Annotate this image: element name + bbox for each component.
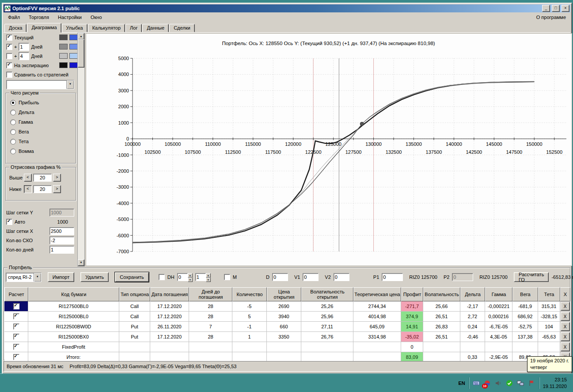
dh-spin1-input[interactable] [177,273,188,281]
spin-down-icon[interactable]: ▼ [188,278,193,282]
spin-up-icon[interactable]: ▲ [188,273,193,278]
auto-checkbox[interactable] [6,219,12,225]
row-check-cell[interactable] [4,332,28,342]
profit-radio[interactable] [10,100,16,106]
chevron-down-icon[interactable]: ▼ [66,80,74,89]
row-checkbox[interactable] [13,354,19,360]
v2-input[interactable] [334,273,349,281]
row-check-cell[interactable] [4,342,28,352]
current-color-swatch-1[interactable] [59,34,68,40]
v1-input[interactable] [303,273,319,281]
column-header[interactable]: Код бумаги [28,287,119,301]
plus4-checkbox[interactable] [6,53,12,59]
dh-spinner-1[interactable]: ▲▼ [177,273,193,281]
above-decrease-button[interactable]: < [24,174,32,182]
column-header[interactable]: Тета [538,287,560,301]
row-delete-button[interactable]: X [561,322,570,331]
spin-down-icon[interactable]: ▼ [206,278,211,282]
tab-deals[interactable]: Сделки [169,24,195,32]
chart-area[interactable]: 500040003000200010000-1000-2000-3000-400… [86,33,572,266]
plus1-color-swatch-1[interactable] [59,44,68,49]
vega-radio[interactable] [10,129,16,135]
menu-settings[interactable]: Настройки [53,13,86,21]
scrollbar-thumb[interactable] [78,39,84,68]
strategy-compare-select[interactable]: ▼ [6,80,74,89]
theta-radio[interactable] [10,139,16,145]
close-button[interactable]: × [562,5,569,12]
column-header[interactable]: X [560,287,570,301]
import-button[interactable]: Импорт [48,272,74,282]
notification-icon[interactable]: 10 [484,380,491,387]
above-value-input[interactable] [33,174,52,182]
plus1-color-swatch-2[interactable] [69,44,78,49]
row-check-cell[interactable] [4,312,28,322]
tab-diagram[interactable]: Диаграмма [27,23,61,33]
p1-input[interactable] [382,273,403,281]
expiration-color-swatch-1[interactable] [59,62,68,68]
plus1-days-input[interactable] [19,43,29,51]
row-delete-button[interactable]: X [561,302,570,311]
keyboard-icon[interactable] [473,380,480,387]
dh-checkbox[interactable] [159,274,165,280]
antivirus-icon[interactable] [506,380,513,387]
above-increase-button[interactable]: > [53,174,61,182]
row-checkbox[interactable] [13,303,19,309]
menu-file[interactable]: Файл [4,13,24,21]
row-checkbox[interactable] [13,344,19,350]
below-value-input[interactable] [33,185,52,193]
calc-margin-button[interactable]: Рассчитать ГО [514,272,549,282]
below-decrease-button[interactable]: < [24,185,32,193]
language-indicator[interactable]: EN [458,381,465,386]
grid-x-input[interactable] [49,227,74,235]
sko-input[interactable] [49,236,74,244]
current-color-swatch-2[interactable] [69,34,78,40]
volume-icon[interactable] [495,380,502,387]
tab-smile[interactable]: Улыбка [62,24,87,32]
tab-calculator[interactable]: Калькулятор [88,24,125,32]
clock[interactable]: 23:15 19.11.2020 [543,377,569,390]
menu-window[interactable]: Окно [86,13,106,21]
column-header[interactable]: Тип опциона [119,287,150,301]
delete-button[interactable]: Удалить [80,272,109,282]
below-increase-button[interactable]: > [53,185,61,193]
minimize-button[interactable]: _ [542,5,550,12]
column-header[interactable]: Профит [401,287,423,301]
delta-radio[interactable] [10,110,16,115]
column-header[interactable]: Дата погашения [150,287,189,301]
dh-spinner-2[interactable]: ▲▼ [195,273,211,281]
row-checkbox[interactable] [13,313,19,320]
column-header[interactable]: Вега [512,287,538,301]
current-checkbox[interactable] [6,34,12,41]
spin-up-icon[interactable]: ▲ [206,273,211,278]
column-header[interactable]: Теоретическая цена [353,287,401,301]
maximize-button[interactable]: □ [552,5,560,12]
sidebar-scrollbar[interactable]: ▲ ▼ [77,33,85,266]
row-check-cell[interactable] [4,322,28,332]
title-bar[interactable]: OptionFVV версия 2.1 public _ □ × [4,4,570,12]
column-header[interactable]: Расчет [4,287,28,301]
m-checkbox[interactable] [224,274,230,280]
days-count-input[interactable] [49,246,74,254]
portfolio-select[interactable]: спред RI-2 ▼ [6,273,42,282]
flag-icon[interactable] [528,380,535,387]
column-header[interactable]: Волатильность открытия [301,287,353,301]
dh-spin2-input[interactable] [195,273,206,281]
plus4-color-swatch-2[interactable] [69,53,78,59]
gamma-radio[interactable] [10,119,16,125]
chevron-down-icon[interactable]: ▼ [34,273,41,282]
plus1-checkbox[interactable] [6,44,12,50]
row-delete-button[interactable]: X [561,343,570,351]
scroll-down-icon[interactable]: ▼ [78,259,84,266]
tab-data[interactable]: Данные [142,24,169,32]
column-header[interactable]: Дельта [460,287,485,301]
network-icon[interactable] [517,380,524,387]
row-delete-button[interactable]: X [561,312,570,321]
row-check-cell[interactable] [4,301,28,312]
menu-trading[interactable]: Торговля [24,13,53,21]
tab-board[interactable]: Доска [4,24,27,32]
expiration-color-swatch-2[interactable] [69,62,78,68]
save-button[interactable]: Сохранить [115,272,149,282]
plus4-color-swatch-1[interactable] [59,53,68,59]
d-input[interactable] [272,273,288,281]
row-delete-button[interactable]: X [561,332,570,341]
